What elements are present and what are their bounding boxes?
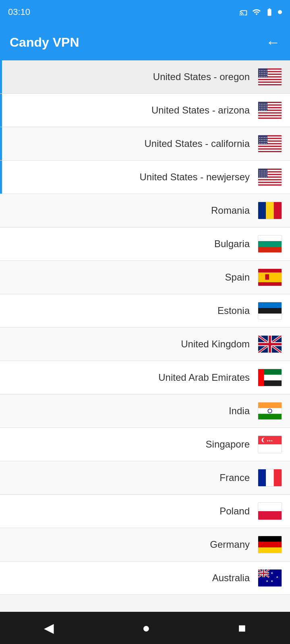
country-item-germany[interactable]: Germany xyxy=(0,528,290,561)
svg-text:★★★★★★: ★★★★★★ xyxy=(259,137,269,138)
country-name-australia: Australia xyxy=(212,572,250,584)
svg-rect-78 xyxy=(258,444,282,453)
country-name-uk: United Kingdom xyxy=(181,339,250,350)
svg-text:★★★★★: ★★★★★ xyxy=(259,139,267,140)
country-item-france[interactable]: France xyxy=(0,461,290,495)
svg-text:★★★★★★: ★★★★★★ xyxy=(259,170,269,172)
svg-text:★: ★ xyxy=(276,576,278,578)
status-time: 03:10 xyxy=(8,7,30,17)
flag-poland xyxy=(258,502,282,520)
app-title: Candy VPN xyxy=(10,35,79,50)
svg-rect-85 xyxy=(258,503,282,511)
country-item-us-california[interactable]: United States - california ★★★★★★ ★★★★★ … xyxy=(0,127,290,161)
back-button[interactable]: ← xyxy=(266,34,280,51)
bottom-nav: ◀ ● ■ xyxy=(0,612,290,644)
flag-uk xyxy=(258,335,282,353)
svg-rect-28 xyxy=(258,144,282,146)
country-item-uae[interactable]: United Arab Emirates xyxy=(0,361,290,394)
country-name-romania: Romania xyxy=(211,205,250,216)
country-name-singapore: Singapore xyxy=(206,439,250,450)
svg-rect-40 xyxy=(258,178,282,179)
svg-text:★★★★★★: ★★★★★★ xyxy=(259,141,269,142)
home-nav-button[interactable]: ● xyxy=(142,621,150,636)
svg-rect-56 xyxy=(265,274,269,280)
svg-rect-87 xyxy=(258,536,282,542)
country-item-us-oregon[interactable]: United States - oregon ★★★★★★ ★★★★★ ★★★★… xyxy=(0,60,290,94)
country-item-romania[interactable]: Romania xyxy=(0,194,290,227)
svg-rect-68 xyxy=(258,343,282,345)
status-bar: 03:10 xyxy=(0,0,290,24)
country-name-us-oregon: United States - oregon xyxy=(153,71,250,83)
svg-text:★★★★★★: ★★★★★★ xyxy=(259,70,269,72)
svg-text:★: ★ xyxy=(271,580,273,582)
flag-india xyxy=(258,402,282,420)
country-item-estonia[interactable]: Estonia xyxy=(0,294,290,328)
svg-text:★★★★★: ★★★★★ xyxy=(259,105,267,107)
country-item-spain[interactable]: Spain xyxy=(0,261,290,294)
svg-rect-5 xyxy=(258,80,282,81)
svg-text:★★★★★: ★★★★★ xyxy=(259,143,267,144)
svg-rect-89 xyxy=(258,547,282,553)
svg-text:★★★★★★: ★★★★★★ xyxy=(259,103,269,105)
country-item-us-newjersey[interactable]: United States - newjersey ★★★★★★ ★★★★★ ★… xyxy=(0,161,290,194)
country-name-us-arizona: United States - arizona xyxy=(151,105,250,116)
flag-us-oregon: ★★★★★★ ★★★★★ ★★★★★★ ★★★★★ xyxy=(258,68,282,86)
country-item-us-arizona[interactable]: United States - arizona ★★★★★★ ★★★★★ ★★★… xyxy=(0,94,290,127)
flag-uae xyxy=(258,369,282,386)
flag-estonia xyxy=(258,302,282,320)
svg-text:★★★★★: ★★★★★ xyxy=(259,72,267,74)
country-item-india[interactable]: India xyxy=(0,394,290,428)
accent-bar xyxy=(0,161,2,194)
country-list: United States - oregon ★★★★★★ ★★★★★ ★★★★… xyxy=(0,60,290,595)
accent-bar xyxy=(0,94,2,127)
flag-romania xyxy=(258,202,282,219)
flag-us-california: ★★★★★★ ★★★★★ ★★★★★★ ★★★★★ xyxy=(258,135,282,153)
flag-france xyxy=(258,469,282,487)
country-name-estonia: Estonia xyxy=(218,305,250,316)
svg-rect-58 xyxy=(258,308,282,314)
country-item-singapore[interactable]: Singapore ★★★ xyxy=(0,428,290,461)
svg-text:★★★★★★: ★★★★★★ xyxy=(259,174,269,176)
flag-germany xyxy=(258,536,282,553)
back-nav-button[interactable]: ◀ xyxy=(44,620,54,636)
flag-singapore: ★★★ xyxy=(258,436,282,453)
svg-text:★★★★★: ★★★★★ xyxy=(259,109,267,111)
svg-rect-72 xyxy=(258,369,264,386)
svg-text:★★★: ★★★ xyxy=(267,440,273,442)
svg-text:★: ★ xyxy=(271,572,273,574)
country-name-india: India xyxy=(229,405,250,417)
svg-rect-51 xyxy=(258,235,282,241)
country-item-bulgaria[interactable]: Bulgaria xyxy=(0,227,290,261)
svg-rect-86 xyxy=(258,511,282,520)
svg-rect-16 xyxy=(258,111,282,112)
accent-bar xyxy=(0,127,2,160)
svg-rect-30 xyxy=(258,150,282,151)
flag-spain xyxy=(258,268,282,286)
svg-rect-73 xyxy=(258,402,282,408)
svg-rect-17 xyxy=(258,114,282,115)
flag-bulgaria xyxy=(258,235,282,253)
svg-text:★★★★★: ★★★★★ xyxy=(259,172,267,174)
svg-rect-53 xyxy=(258,247,282,252)
country-item-australia[interactable]: Australia ★ ★ ★ ★ xyxy=(0,561,290,595)
svg-rect-29 xyxy=(258,147,282,148)
country-item-poland[interactable]: Poland xyxy=(0,495,290,528)
accent-bar xyxy=(0,60,2,93)
svg-rect-82 xyxy=(258,469,266,487)
country-name-bulgaria: Bulgaria xyxy=(214,238,250,250)
flag-us-arizona: ★★★★★★ ★★★★★ ★★★★★★ ★★★★★ xyxy=(258,101,282,119)
svg-rect-4 xyxy=(258,78,282,79)
svg-text:★★★★★★: ★★★★★★ xyxy=(259,74,269,76)
country-name-uae: United Arab Emirates xyxy=(158,372,250,383)
app-bar: Candy VPN ← xyxy=(0,24,290,60)
country-name-us-california: United States - california xyxy=(145,138,250,149)
wifi-icon xyxy=(252,8,261,17)
svg-rect-84 xyxy=(274,469,282,487)
svg-rect-75 xyxy=(258,414,282,419)
recent-nav-button[interactable]: ■ xyxy=(238,621,246,636)
country-name-us-newjersey: United States - newjersey xyxy=(140,171,250,183)
country-item-uk[interactable]: United Kingdom xyxy=(0,328,290,361)
battery-icon xyxy=(265,8,274,17)
svg-text:★★★★★: ★★★★★ xyxy=(259,176,267,178)
country-name-poland: Poland xyxy=(220,506,250,517)
